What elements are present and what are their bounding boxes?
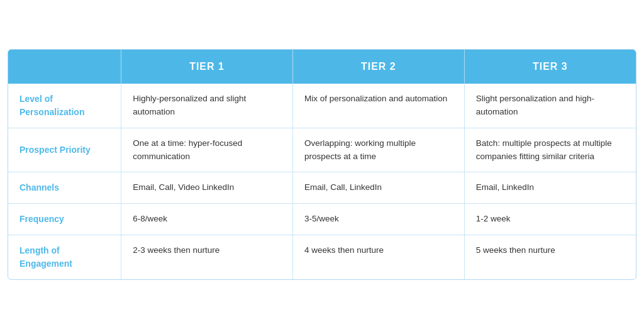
- row-2-tier1: Email, Call, Video LinkedIn: [121, 172, 293, 203]
- row-3-tier2: 3-5/week: [292, 203, 464, 235]
- row-label-2: Channels: [8, 172, 121, 203]
- row-label-3: Frequency: [8, 203, 121, 235]
- row-2-tier3: Email, LinkedIn: [464, 172, 636, 203]
- row-1-tier1: One at a time: hyper-focused communicati…: [121, 128, 293, 172]
- row-0-tier1: Highly-personalized and slight automatio…: [121, 84, 293, 128]
- row-0-tier3: Slight personalization and high-automati…: [464, 84, 636, 128]
- row-4-tier1: 2-3 weeks then nurture: [121, 235, 293, 279]
- row-label-1: Prospect Priority: [8, 128, 121, 172]
- header-tier1: TIER 1: [121, 50, 293, 84]
- row-4-tier2: 4 weeks then nurture: [292, 235, 464, 279]
- row-1-tier3: Batch: multiple prospects at multiple co…: [464, 128, 636, 172]
- header-empty-col: [8, 50, 121, 84]
- row-3-tier3: 1-2 week: [464, 203, 636, 235]
- row-2-tier2: Email, Call, LinkedIn: [292, 172, 464, 203]
- row-label-4: Length of Engagement: [8, 235, 121, 279]
- row-label-0: Level of Personalization: [8, 84, 121, 128]
- comparison-table: TIER 1 TIER 2 TIER 3 Level of Personaliz…: [8, 49, 636, 280]
- header-tier2: TIER 2: [292, 50, 464, 84]
- row-3-tier1: 6-8/week: [121, 203, 293, 235]
- row-0-tier2: Mix of personalization and automation: [292, 84, 464, 128]
- row-4-tier3: 5 weeks then nurture: [464, 235, 636, 279]
- row-1-tier2: Overlapping: working multiple prospects …: [292, 128, 464, 172]
- header-tier3: TIER 3: [464, 50, 636, 84]
